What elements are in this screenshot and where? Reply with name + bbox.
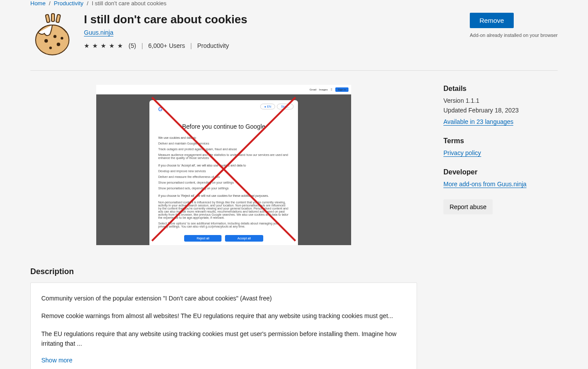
extension-icon [30,13,74,57]
modal-text: Show personalised ads, depending on your… [158,187,289,190]
description-text: Remove cookie warnings from almost all w… [41,311,406,321]
modal-text: Measure audience engagement and site sta… [158,153,289,159]
updated-text: Updated February 18, 2023 [443,107,558,114]
modal-text: If you choose to 'Reject all', we will n… [158,194,289,197]
report-abuse-button[interactable]: Report abuse [443,199,493,214]
more-addons-link[interactable]: More add-ons from Guus.ninja [443,181,526,188]
screenshot-preview: Gmail Images ⠿ Sign in G ● EN Sign... Be… [96,85,351,245]
breadcrumb-category[interactable]: Productivity [54,0,83,7]
description-text: Community version of the popular extensi… [41,293,406,303]
modal-text: Deliver and measure the effectiveness of… [158,175,289,178]
category-label: Productivity [197,42,229,49]
meta-divider: | [190,42,192,49]
svg-point-1 [44,39,48,43]
meta-divider: | [142,42,143,49]
topbar-images: Images [319,88,328,91]
signin-pill: Sign... [277,104,294,109]
modal-text: We use cookies and data to [158,136,289,139]
modal-title: Before you continue to Google [158,123,289,130]
terms-heading: Terms [443,137,558,145]
details-section: Details Version 1.1.1 Updated February 1… [443,85,558,126]
breadcrumb-current: I still don't care about cookies [92,0,167,7]
svg-rect-8 [56,14,61,23]
installed-note: Add-on already installed on your browser [470,33,558,38]
modal-text: Select 'More options' to see additional … [158,222,289,228]
developer-heading: Developer [443,168,558,176]
user-count: 6,000+ Users [148,42,185,49]
svg-point-2 [54,35,57,38]
details-heading: Details [443,85,558,93]
rating-stars: ★ ★ ★ ★ ★ [84,42,123,49]
cookie-modal: G ● EN Sign... Before you continue to Go… [149,100,298,245]
apps-icon: ⠿ [330,88,333,91]
description-heading: Description [30,267,417,276]
topbar-gmail: Gmail [309,88,316,91]
extension-title: I still don't care about cookies [84,13,460,26]
breadcrumb-separator: / [49,0,51,7]
svg-point-3 [57,43,60,46]
modal-text: Non-personalised content is influenced b… [158,201,289,219]
languages-link[interactable]: Available in 23 languages [443,118,513,126]
modal-text: Show personalised content, depending on … [158,181,289,184]
topbar-signin: Sign in [335,87,348,92]
description-text: The EU regulations require that any webs… [41,329,406,349]
author-link[interactable]: Guus.ninja [84,29,113,36]
description-box: Community version of the popular extensi… [30,282,417,369]
breadcrumb: Home / Productivity / I still don't care… [30,0,558,13]
remove-button[interactable]: Remove [470,13,514,28]
reject-all-button: Reject all [184,235,221,242]
extension-header: I still don't care about cookies Guus.ni… [30,13,558,71]
svg-rect-6 [45,14,50,23]
version-text: Version 1.1.1 [443,97,558,104]
rating-count: (5) [129,42,136,49]
terms-section: Terms Privacy policy [443,137,558,157]
accept-all-button: Accept all [225,235,263,242]
developer-section: Developer More add-ons from Guus.ninja [443,168,558,188]
svg-point-4 [49,47,52,49]
svg-point-5 [61,37,63,40]
show-more-link[interactable]: Show more [41,357,73,364]
svg-rect-7 [51,14,54,22]
modal-text: Develop and improve new services [158,170,289,173]
privacy-policy-link[interactable]: Privacy policy [443,149,481,157]
breadcrumb-home[interactable]: Home [30,0,46,7]
modal-text: If you choose to 'Accept all', we will a… [158,164,289,167]
modal-text: Track outages and protect against spam, … [158,148,289,151]
breadcrumb-separator: / [87,0,88,7]
modal-text: Deliver and maintain Google services [158,142,289,145]
language-pill: ● EN [260,104,275,109]
